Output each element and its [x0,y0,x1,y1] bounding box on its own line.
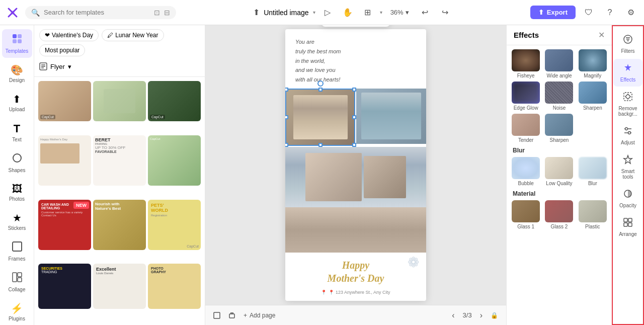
photo-placeholder-2[interactable] [356,89,426,144]
template-card[interactable]: PHOTO GRAPHY [148,264,201,309]
effect-blur[interactable]: Blur [578,157,608,186]
effect-noise[interactable]: Noise [544,82,574,111]
canvas-title: HappyMother's Day [295,259,416,285]
effect-edge-glow[interactable]: Edge Glow [511,82,541,111]
address-text: 📍 123 Anywhere St., Any City [329,290,390,295]
selection-handle-tm [318,88,323,92]
photo-placeholder-4[interactable] [285,207,426,253]
image-toolbar: 🖼 ••• [321,25,390,27]
effect-tender[interactable]: Tender [511,114,541,143]
export-button[interactable]: ⬆ Export [530,6,576,19]
right-tool-filters[interactable]: Filters [613,30,642,58]
settings-button[interactable]: ⚙ [623,5,639,21]
next-page-button[interactable]: › [480,311,482,320]
doc-title: Untitled image [264,9,309,17]
layout-button[interactable]: ⊞ [360,5,376,21]
layout-dropdown-icon[interactable]: ▾ [380,10,382,15]
sidebar-item-templates[interactable]: Templates [2,29,32,58]
flyer-dropdown-button[interactable]: Flyer ▾ [50,63,71,70]
remove-bg-label: Remove backgr... [615,106,640,117]
sidebar-item-plugins[interactable]: ⚡ Plugins [2,298,32,325]
effect-sharpen[interactable]: Sharpen [578,82,608,111]
sidebar-item-frames[interactable]: Frames [2,237,32,266]
effect-fisheye[interactable]: Fisheye [511,49,541,78]
effect-bubble[interactable]: Bubble [511,157,541,186]
canvas-area: 🖼 ••• You are truly the best mom in the … [205,25,506,325]
lock-button[interactable]: 🔒 [491,312,498,319]
shield-button[interactable]: 🛡 [581,5,597,21]
tab-valentines[interactable]: ❤ Valentine's Day [39,29,99,41]
right-tool-adjust[interactable]: Adjust [613,122,642,149]
template-card[interactable] [93,81,146,121]
effect-low-quality[interactable]: Low Quality [544,157,574,186]
sidebar-item-collage[interactable]: Collage [2,268,32,296]
search-bar[interactable]: 🔍 ⊡ ⊟ [25,6,176,19]
template-card[interactable]: CapCut [38,81,91,121]
svg-point-5 [13,154,21,162]
canvas-scroll[interactable]: 🖼 ••• You are truly the best mom in the … [205,25,506,305]
tab-popular[interactable]: Most popular [39,44,85,56]
selected-photo[interactable] [285,89,355,146]
template-card[interactable]: Excellent Louis Darwis [93,264,146,309]
title-dropdown-icon[interactable]: ▾ [313,10,315,15]
sidebar-item-text[interactable]: T Text [2,118,32,146]
template-card[interactable]: CapCut [148,135,201,186]
zoom-control[interactable]: 36% ▾ [386,7,413,18]
tab-popular-label: Most popular [45,47,79,54]
tab-lunar[interactable]: 🖊 Lunar New Year [102,29,164,41]
sidebar-item-upload[interactable]: ⬆ Upload [2,89,32,116]
effect-glass2[interactable]: Glass 2 [544,200,574,229]
help-button[interactable]: ? [602,5,618,21]
redo-button[interactable]: ↪ [437,5,453,21]
tender-thumb [512,114,540,136]
effects-body: Fisheye Wide angle Magnify Edge Glow Noi… [507,45,612,325]
edge-glow-thumb [512,82,540,104]
template-card[interactable]: PETS' WORLD Registration CapCut [148,200,201,250]
right-tool-remove-bg[interactable]: Remove backgr... [613,88,642,121]
effects-close-button[interactable]: ✕ [598,30,605,40]
right-tool-opacity[interactable]: Opacity [613,185,642,212]
template-card[interactable]: Nourish with Nature's Best [93,200,146,250]
svg-rect-37 [624,223,627,226]
upload-icon[interactable]: ⬆ [253,8,260,17]
sidebar-item-design[interactable]: 🎨 Design [2,60,32,87]
sidebar-item-shapes[interactable]: Shapes [2,148,32,177]
rotate-handle[interactable] [317,80,324,87]
svg-rect-38 [628,223,632,226]
sidebar-item-photos[interactable]: 🖼 Photos [2,179,32,206]
sharpen2-label: Sharpen [550,137,569,143]
resize-button[interactable] [213,312,220,319]
effect-wide-angle[interactable]: Wide angle [544,49,574,78]
delete-button[interactable] [228,312,235,319]
filter-icon[interactable]: ⊟ [164,9,170,17]
right-tool-effects[interactable]: Effects [613,59,642,87]
template-card[interactable]: Happy Mother's Day [38,135,91,186]
effect-glass1[interactable]: Glass 1 [511,200,541,229]
image-search-icon[interactable]: ⊡ [154,9,160,17]
effect-sharpen2[interactable]: Sharpen [544,114,574,143]
svg-point-31 [625,128,628,130]
svg-rect-3 [13,39,17,43]
right-tool-arrange[interactable]: Arrange [613,213,642,241]
template-card[interactable]: CapCut [148,81,201,121]
template-card[interactable]: BERET PAIRING UP TO 30% OFF FAVORABLE [93,135,146,186]
play-button[interactable]: ▷ [319,5,336,21]
template-card[interactable]: CAR WASH AND DETAILING Customer service … [38,200,91,250]
template-card[interactable]: SECURITIES TRADING [38,264,91,309]
filters-label: Filters [621,48,634,54]
smart-tools-label: Smart tools [615,169,640,180]
effect-magnify[interactable]: Magnify [578,49,608,78]
header-tools: ▷ ✋ ⊞ ▾ 36% ▾ ↩ ↪ [319,5,453,21]
right-tool-smart[interactable]: Smart tools [613,150,642,184]
effect-plastic[interactable]: Plastic [578,200,608,229]
hand-button[interactable]: ✋ [340,5,356,21]
add-page-button[interactable]: + Add page [244,312,275,319]
prev-page-button[interactable]: ‹ [452,311,454,320]
photo-placeholder-3[interactable] [285,147,426,207]
filters-icon [623,34,633,47]
effects-icon [623,63,633,75]
sidebar-label-frames: Frames [9,256,26,262]
sidebar-item-stickers[interactable]: ★ Stickers [2,208,32,235]
search-input[interactable] [44,9,150,16]
undo-button[interactable]: ↩ [417,5,433,21]
